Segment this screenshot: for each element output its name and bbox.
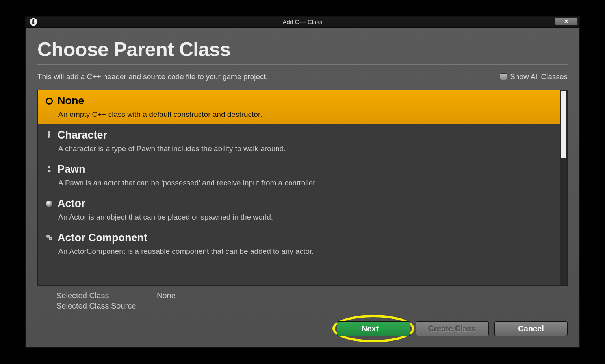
- close-icon: ✕: [564, 18, 569, 24]
- class-item-desc: A Pawn is an actor that can be 'possesse…: [58, 179, 552, 187]
- class-list-container: NoneAn empty C++ class with a default co…: [37, 90, 568, 286]
- create-class-button: Create Class: [416, 321, 489, 336]
- class-item-character[interactable]: CharacterA character is a type of Pawn t…: [38, 124, 560, 159]
- svg-point-6: [48, 235, 49, 237]
- pawn-icon: [46, 165, 52, 174]
- titlebar: Add C++ Class ✕: [26, 17, 579, 28]
- class-item-title: None: [58, 95, 84, 107]
- window-title: Add C++ Class: [26, 18, 579, 25]
- close-button[interactable]: ✕: [555, 17, 578, 25]
- svg-point-4: [48, 166, 50, 168]
- class-item-title: Actor Component: [58, 232, 147, 244]
- class-item-desc: A character is a type of Pawn that inclu…: [58, 144, 552, 153]
- svg-rect-3: [50, 136, 50, 138]
- svg-rect-1: [48, 133, 50, 137]
- selected-source-label: Selected Class Source: [56, 301, 157, 310]
- class-item-title: Pawn: [58, 163, 85, 176]
- class-item-pawn[interactable]: PawnA Pawn is an actor that can be 'poss…: [38, 159, 560, 193]
- checkbox-icon: [500, 73, 507, 80]
- show-all-label: Show All Classes: [510, 72, 568, 81]
- dialog-content: Choose Parent Class This will add a C++ …: [26, 28, 579, 347]
- gears-icon: [46, 234, 53, 242]
- class-list[interactable]: NoneAn empty C++ class with a default co…: [38, 90, 560, 285]
- chevron-right-icon: ❯: [380, 325, 385, 333]
- class-item-actor[interactable]: ActorAn Actor is an object that can be p…: [38, 193, 560, 227]
- class-item-title: Character: [58, 129, 107, 141]
- show-all-classes-toggle[interactable]: Show All Classes: [500, 72, 568, 81]
- character-icon: [46, 131, 52, 140]
- selected-class-label: Selected Class: [56, 291, 157, 300]
- class-item-actor-component[interactable]: Actor ComponentAn ActorComponent is a re…: [38, 227, 560, 261]
- class-item-title: Actor: [58, 198, 85, 210]
- svg-point-8: [50, 238, 51, 239]
- selected-class-value: None: [157, 291, 568, 300]
- svg-rect-2: [48, 136, 49, 138]
- next-label: Next: [362, 324, 379, 333]
- status-block: Selected Class None Selected Class Sourc…: [37, 291, 568, 310]
- selected-source-value: [157, 301, 568, 310]
- radio-none-icon: [46, 98, 53, 105]
- page-subtitle: This will add a C++ header and source co…: [37, 72, 268, 81]
- class-item-desc: An empty C++ class with a default constr…: [58, 110, 552, 119]
- cancel-label: Cancel: [518, 324, 544, 333]
- scrollbar-thumb[interactable]: [561, 91, 566, 158]
- footer-buttons: Next ❯ Create Class Cancel: [37, 317, 568, 340]
- page-heading: Choose Parent Class: [37, 38, 568, 61]
- class-item-desc: An ActorComponent is a reusable componen…: [58, 247, 552, 256]
- class-item-none[interactable]: NoneAn empty C++ class with a default co…: [38, 90, 560, 124]
- add-cpp-class-dialog: Add C++ Class ✕ Choose Parent Class This…: [25, 16, 580, 348]
- sphere-icon: [46, 201, 52, 207]
- divider: [37, 64, 568, 65]
- svg-point-0: [48, 131, 50, 133]
- class-item-desc: An Actor is an object that can be placed…: [58, 213, 552, 222]
- create-label: Create Class: [428, 324, 476, 333]
- next-button[interactable]: Next ❯: [337, 321, 410, 336]
- cancel-button[interactable]: Cancel: [494, 321, 568, 336]
- scrollbar[interactable]: [560, 90, 567, 285]
